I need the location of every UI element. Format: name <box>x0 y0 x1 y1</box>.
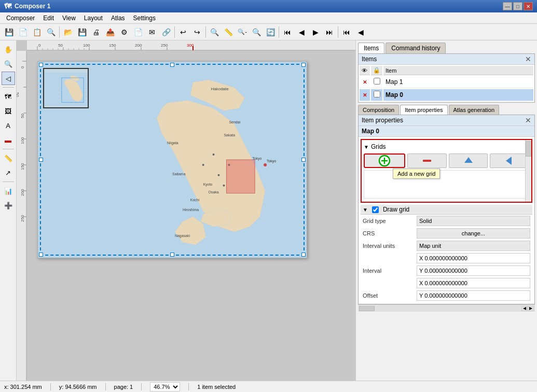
draw-grid-header[interactable]: ▼ Draw grid <box>361 205 532 215</box>
add-table-tool[interactable]: 📊 <box>2 184 15 198</box>
offset-x-value[interactable]: X 0.000000000000 <box>417 278 530 288</box>
grids-scrollbar[interactable] <box>525 140 531 202</box>
menu-edit[interactable]: Edit <box>39 13 58 23</box>
interval-units-value[interactable]: Map unit <box>417 241 530 251</box>
export-svg-button[interactable]: ✉ <box>145 25 159 39</box>
add-scalebar-tool[interactable]: 📏 <box>2 151 15 165</box>
collapse-icon[interactable]: ▼ <box>364 144 369 150</box>
menu-composer[interactable]: Composer <box>2 13 39 23</box>
zoom-fit-button[interactable]: 🔍 <box>250 25 263 39</box>
pan-tool[interactable]: ✋ <box>2 43 15 56</box>
table-row[interactable]: ✕ Map 0 <box>360 89 533 101</box>
zoom-in-button[interactable]: 🔍 <box>208 25 221 39</box>
canvas-content[interactable]: Hakodate Sendai Sakata Tokyo Kyoto Osaka… <box>27 51 355 381</box>
atlas-first-button[interactable]: ⏮ <box>340 25 353 39</box>
tab-composition[interactable]: Composition <box>358 105 399 115</box>
offset-y-value[interactable]: Y 0.000000000000 <box>417 290 530 301</box>
interval-x-value[interactable]: X 0.000000000000 <box>417 253 530 263</box>
duplicate-button[interactable]: 📋 <box>30 25 44 39</box>
remove-grid-button[interactable] <box>407 153 447 168</box>
grid-type-value[interactable]: Solid <box>417 216 530 226</box>
undo-button[interactable]: ↩ <box>176 25 190 39</box>
add-shape-tool[interactable]: ➕ <box>2 199 15 212</box>
add-grid-button[interactable] <box>364 153 405 168</box>
items-panel-close[interactable]: ✕ <box>525 55 531 63</box>
item-properties-close[interactable]: ✕ <box>525 116 531 124</box>
save-file-button[interactable]: 💾 <box>75 25 89 39</box>
menu-atlas[interactable]: Atlas <box>107 13 129 23</box>
zoom-measure-button[interactable]: 📏 <box>222 25 235 39</box>
status-sep-2 <box>105 383 106 390</box>
move-grid-up-button[interactable] <box>449 153 488 168</box>
new-button[interactable]: 📄 <box>16 25 30 39</box>
svg-text:Hiroshima: Hiroshima <box>183 208 199 212</box>
open-file-button[interactable]: 📂 <box>61 25 75 39</box>
crs-change-button[interactable]: change... <box>417 228 530 239</box>
atlas-prev-button[interactable]: ⏮ <box>281 25 294 39</box>
atlas-next-button[interactable]: ▶ <box>309 25 322 39</box>
app-icon: 🗺 <box>4 2 11 10</box>
export-button[interactable]: 🔗 <box>159 25 173 39</box>
page-canvas[interactable]: Hakodate Sendai Sakata Tokyo Kyoto Osaka… <box>37 61 307 258</box>
atlas-last-button[interactable]: ◀ <box>354 25 367 39</box>
move-grid-right-button[interactable] <box>490 153 529 168</box>
export-pdf-button[interactable]: 📤 <box>103 25 117 39</box>
atlas-end-button[interactable]: ⏭ <box>323 25 336 39</box>
add-map-tool[interactable]: 🗺 <box>2 90 15 103</box>
add-arrow-tool[interactable]: ↗ <box>2 166 15 179</box>
close-button[interactable]: ✕ <box>524 2 533 10</box>
print-button[interactable]: 🖨 <box>89 25 103 39</box>
menu-view[interactable]: View <box>58 13 80 23</box>
export-img-button[interactable]: 📄 <box>131 25 145 39</box>
settings-button[interactable]: ⚙ <box>117 25 131 39</box>
save-button[interactable]: 💾 <box>2 25 16 39</box>
tab-command-history[interactable]: Command history <box>385 43 446 53</box>
add-image-tool[interactable]: 🖼 <box>2 104 15 118</box>
map-content[interactable]: Hakodate Sendai Sakata Tokyo Kyoto Osaka… <box>38 62 307 258</box>
row-lock[interactable] <box>371 89 382 101</box>
h-scrollbar-thumb[interactable] <box>359 306 375 311</box>
add-grid-wrapper <box>364 153 405 168</box>
draw-grid-collapse[interactable]: ▼ <box>363 207 368 213</box>
atlas-back-button[interactable]: ◀ <box>295 25 308 39</box>
row-eye[interactable]: ✕ <box>360 76 370 88</box>
zoom-out-button[interactable]: 🔍- <box>236 25 249 39</box>
refresh-button[interactable]: 🔄 <box>264 25 277 39</box>
add-legend-tool[interactable]: ▬ <box>2 133 15 147</box>
menu-settings[interactable]: Settings <box>129 13 160 23</box>
add-label-tool[interactable]: A <box>2 119 15 132</box>
open-button[interactable]: 🔍 <box>44 25 58 39</box>
zoom-tool[interactable]: 🔍 <box>2 57 15 71</box>
row-eye[interactable]: ✕ <box>360 89 370 101</box>
title-bar-left: 🗺 Composer 1 <box>4 2 50 10</box>
tab-atlas-generation[interactable]: Atlas generation <box>449 105 500 115</box>
maximize-button[interactable]: □ <box>513 2 522 10</box>
svg-rect-44 <box>226 160 255 193</box>
status-y: y: 94.5666 mm <box>59 384 97 390</box>
grids-list[interactable] <box>364 170 529 199</box>
tab-item-properties[interactable]: Item properties <box>400 105 447 115</box>
lock-checkbox[interactable] <box>374 91 380 97</box>
interval-y-value[interactable]: Y 0.000000000000 <box>417 265 530 276</box>
offset-x-row: X 0.000000000000 <box>361 277 532 289</box>
minimize-button[interactable]: — <box>503 2 512 10</box>
table-row[interactable]: ✕ Map 1 <box>360 76 533 88</box>
h-scrollbar[interactable]: ◀ ▶ <box>358 304 535 312</box>
items-header: Items ✕ <box>359 54 534 65</box>
interval-units-row: Interval units Map unit <box>361 240 532 252</box>
redo-button[interactable]: ↪ <box>190 25 204 39</box>
row-item-name[interactable]: Map 1 <box>383 76 533 88</box>
svg-text:Sendai: Sendai <box>229 120 240 124</box>
select-tool[interactable]: ◁ <box>2 72 15 85</box>
row-item-name[interactable]: Map 0 <box>383 89 533 101</box>
tab-items[interactable]: Items <box>358 43 384 53</box>
scroll-right-btn[interactable]: ▶ <box>528 306 534 311</box>
lock-checkbox[interactable] <box>374 78 380 85</box>
scrollbar-thumb[interactable] <box>526 141 531 157</box>
scroll-left-btn[interactable]: ◀ <box>521 306 528 311</box>
row-lock[interactable] <box>371 76 382 88</box>
menu-layout[interactable]: Layout <box>80 13 107 23</box>
draw-grid-checkbox[interactable] <box>372 206 379 213</box>
zoom-select[interactable]: 46.7% 25% 50% 75% 100% <box>150 382 180 391</box>
canvas-area[interactable]: 0 50 100 150 200 250 300 <box>17 40 355 381</box>
